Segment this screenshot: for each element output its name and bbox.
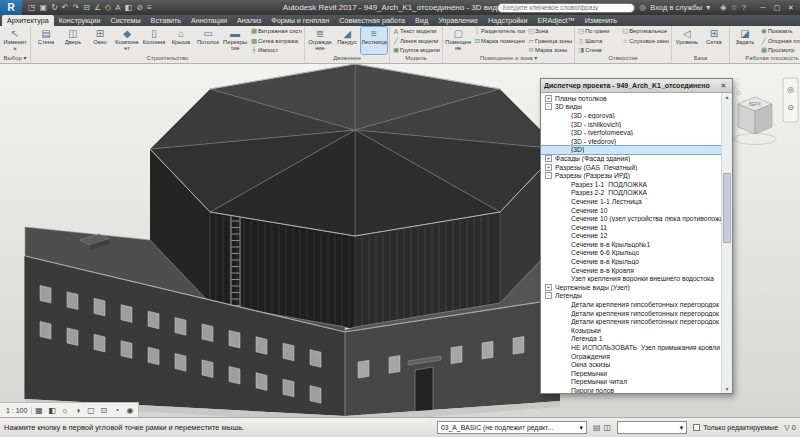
- save-icon[interactable]: ▣: [40, 0, 48, 15]
- tree-expander-icon[interactable]: -: [545, 103, 552, 110]
- close-icon[interactable]: ✕: [718, 82, 729, 90]
- tree-item[interactable]: Сечение в-в Крыльцо№1: [541, 240, 721, 249]
- ribbon-tab[interactable]: Системы: [105, 15, 145, 26]
- tree-expander-icon[interactable]: +: [545, 155, 552, 162]
- ribbon-panel-label[interactable]: База: [674, 54, 727, 63]
- crop-view-icon[interactable]: ▢: [84, 406, 97, 415]
- undo-icon[interactable]: ↶: [62, 0, 69, 15]
- tree-item[interactable]: Узел крепления воронки внешнего водосток…: [541, 274, 721, 283]
- close-button[interactable]: ✕: [784, 0, 798, 15]
- sun-path-icon[interactable]: ☼: [58, 406, 71, 415]
- tree-item[interactable]: + Чертежные виды (Узел): [541, 283, 721, 292]
- ribbon-button[interactable]: ◆Компонент: [114, 27, 140, 54]
- thin-lines-icon[interactable]: ≡: [147, 0, 152, 15]
- tree-item[interactable]: {3D - vfedorov}: [541, 137, 721, 146]
- design-options-icon[interactable]: ◫: [604, 423, 612, 432]
- tree-item[interactable]: Сечение 11: [541, 223, 721, 232]
- ribbon-button[interactable]: ▯Шахта: [577, 36, 619, 44]
- ribbon-button[interactable]: ▭Потолок: [195, 27, 221, 54]
- active-workset-icon[interactable]: ▤: [593, 423, 601, 432]
- tree-item[interactable]: Детали крепления гипсобетонных перегород…: [541, 317, 721, 326]
- design-option-select[interactable]: ▾: [617, 421, 687, 434]
- ribbon-button[interactable]: ≡Лестница: [361, 27, 387, 54]
- ribbon-panel-label[interactable]: Рабочая плоскость: [732, 54, 800, 63]
- ribbon-button[interactable]: ◱Вертикальное: [621, 27, 669, 35]
- ribbon-button[interactable]: ◰Зона: [527, 27, 572, 35]
- ribbon-button[interactable]: ◳По грани: [577, 27, 619, 35]
- tree-expander-icon[interactable]: -: [545, 292, 552, 299]
- show-crop-icon[interactable]: ⊡: [97, 406, 110, 415]
- ribbon-button[interactable]: ┆Разделитель помещений: [473, 27, 525, 35]
- ribbon-button[interactable]: ⊞Сетка: [701, 27, 727, 54]
- tree-item[interactable]: Разрез 2-2_ПОДЛОЖКА: [541, 189, 721, 198]
- tree-item[interactable]: Пироги полов: [541, 386, 721, 393]
- ribbon-button[interactable]: ▦Витражная система: [250, 27, 302, 35]
- tree-item[interactable]: Сечение 12: [541, 232, 721, 241]
- ribbon-button[interactable]: ▦Просмотр: [760, 46, 800, 54]
- shadows-icon[interactable]: ◑: [71, 406, 84, 415]
- section-icon[interactable]: ⊘: [136, 0, 143, 15]
- 3d-view-icon[interactable]: ◧: [125, 0, 133, 15]
- ribbon-button[interactable]: ╱Опорная плоскость: [760, 36, 800, 44]
- ribbon-panel-label[interactable]: Помещение и зона ▾: [445, 54, 572, 63]
- revit-logo[interactable]: R: [0, 0, 22, 15]
- ribbon-panel-label[interactable]: Выбор ▾: [2, 54, 28, 63]
- tree-item[interactable]: Детали крепления гипсобетонных перегород…: [541, 300, 721, 309]
- sync-icon[interactable]: ↻: [51, 0, 58, 15]
- ribbon-tab[interactable]: Конструкции: [54, 15, 106, 26]
- workset-select[interactable]: 03_A_BASIC (не подлежит редакт... ▾: [437, 421, 587, 434]
- tree-item[interactable]: Козырьки: [541, 326, 721, 335]
- ribbon-tab[interactable]: Управление: [433, 15, 483, 26]
- text-icon[interactable]: A: [115, 0, 120, 15]
- tree-item[interactable]: + Планы потолков: [541, 94, 721, 103]
- tree-item[interactable]: {3D}: [541, 146, 721, 155]
- ribbon-button[interactable]: ↖Изменить: [2, 27, 28, 54]
- view-cube[interactable]: ВЕРХ: [734, 97, 776, 145]
- ribbon-button[interactable]: ⊡Марка помещения: [473, 36, 525, 44]
- tree-item[interactable]: Сечение 10: [541, 206, 721, 215]
- ribbon-button[interactable]: ╱Линия модели: [392, 36, 440, 44]
- reveal-hidden-icon[interactable]: ◉: [123, 406, 136, 415]
- ribbon-tab[interactable]: ERAdject™: [533, 15, 580, 26]
- ribbon-button[interactable]: AТекст модели: [392, 27, 440, 35]
- ribbon-panel-label[interactable]: Строительство: [33, 54, 302, 63]
- tree-item[interactable]: + Разрезы (GAS_Печатный): [541, 163, 721, 172]
- ribbon-button[interactable]: ▩Сетка витража: [250, 36, 302, 44]
- home-icon[interactable]: ⌂: [736, 88, 741, 97]
- ribbon-tab[interactable]: Надстройки: [483, 15, 532, 26]
- help-icon[interactable]: ?: [742, 0, 746, 15]
- minimize-button[interactable]: ─: [756, 0, 770, 15]
- tree-item[interactable]: Перемычки: [541, 369, 721, 378]
- ribbon-tab[interactable]: Аннотации: [186, 15, 232, 26]
- ribbon-button[interactable]: ◢Пандус: [334, 27, 360, 54]
- ribbon-button[interactable]: ⌂Крыша: [168, 27, 194, 54]
- tree-item[interactable]: {3D - ishilkovich}: [541, 120, 721, 129]
- ribbon-button[interactable]: ▯Колонна: [141, 27, 167, 54]
- ribbon-button[interactable]: ◉Показать: [760, 27, 800, 35]
- ribbon-tab[interactable]: Изменить: [580, 15, 622, 26]
- tree-item[interactable]: Сечение 1-1 Лестница: [541, 197, 721, 206]
- ribbon-button[interactable]: ▱Граница зоны: [527, 36, 572, 44]
- checkbox-box[interactable]: [693, 424, 700, 431]
- tree-item[interactable]: {3D - tverfolomeeva}: [541, 128, 721, 137]
- binoculars-icon[interactable]: ◎: [639, 3, 646, 12]
- ribbon-tab[interactable]: Формы и генплан: [266, 15, 334, 26]
- scroll-up-icon[interactable]: ▲: [722, 94, 732, 100]
- scroll-down-icon[interactable]: ▼: [722, 386, 732, 392]
- redo-icon[interactable]: ↷: [73, 0, 80, 15]
- editable-only-checkbox[interactable]: Только редактируемые: [693, 424, 778, 431]
- ribbon-button[interactable]: ▤Стена: [33, 27, 59, 54]
- tree-item[interactable]: Ограждения: [541, 352, 721, 361]
- ribbon-tab[interactable]: Вставить: [146, 15, 186, 26]
- visual-style-icon[interactable]: ◧: [45, 406, 58, 415]
- scrollbar[interactable]: ▲ ▼: [721, 93, 732, 393]
- ribbon-tab[interactable]: Вид: [410, 15, 433, 26]
- tree-item[interactable]: Сечение в-в Кровля: [541, 266, 721, 275]
- ribbon-panel-label[interactable]: Отверстие: [577, 54, 669, 63]
- favorites-icon[interactable]: ☆: [730, 0, 737, 15]
- ribbon-button[interactable]: ◁Уровень: [674, 27, 700, 54]
- ribbon-button[interactable]: ▢Помещение: [445, 27, 471, 54]
- ribbon-button[interactable]: ◫Дверь: [60, 27, 86, 54]
- ribbon-button[interactable]: ▣Группа модели: [392, 46, 440, 54]
- tree-item[interactable]: - Легенды: [541, 292, 721, 301]
